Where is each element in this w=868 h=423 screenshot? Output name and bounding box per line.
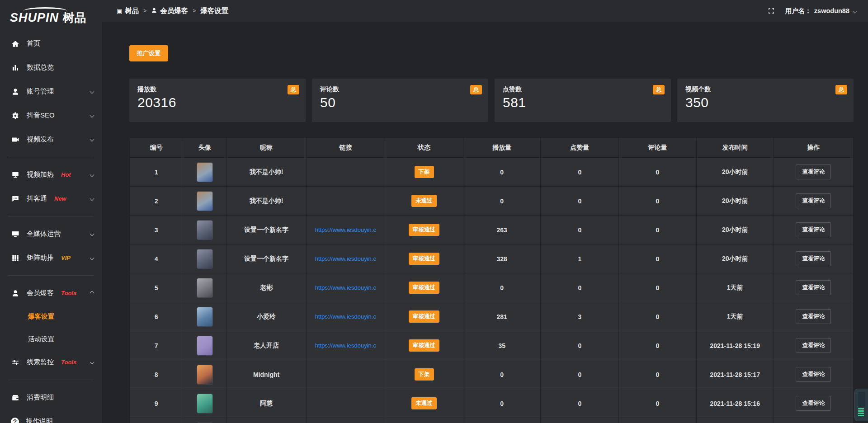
view-comments-button[interactable]: 查看评论 xyxy=(796,338,831,353)
cell-plays: 35 xyxy=(463,331,541,360)
cell-id: 9 xyxy=(130,389,183,418)
floating-widget-bar xyxy=(858,413,864,414)
view-comments-button[interactable]: 查看评论 xyxy=(796,309,831,324)
sidebar-item-首页[interactable]: 首页 xyxy=(0,32,102,56)
user-menu[interactable]: 用户名：zswodun88 xyxy=(785,7,856,15)
total-badge: 总 xyxy=(288,85,299,94)
view-comments-button[interactable]: 查看评论 xyxy=(796,396,831,411)
table-row xyxy=(130,418,854,423)
cell-comments: 0 xyxy=(619,302,696,331)
view-comments-button[interactable]: 查看评论 xyxy=(796,222,831,237)
cell-avatar xyxy=(183,216,226,244)
breadcrumb-item-1[interactable]: ▣树品 xyxy=(117,6,139,16)
cell-avatar xyxy=(183,158,226,187)
cell-avatar xyxy=(183,187,226,216)
breadcrumb-item-3[interactable]: 爆客设置 xyxy=(200,6,228,16)
cell-nickname: 设置一个新名字 xyxy=(226,244,306,273)
account-link[interactable]: https://www.iesdouyin.c xyxy=(309,284,382,291)
sidebar-item-label: 操作说明 xyxy=(26,417,53,423)
cell-time: 1天前 xyxy=(696,302,774,331)
stat-card-视频个数: 视频个数350总 xyxy=(677,79,854,122)
username-label: 用户名： xyxy=(785,7,811,15)
chevron-down-icon xyxy=(90,256,94,260)
sidebar-item-线索监控[interactable]: 线索监控Tools xyxy=(0,350,102,374)
account-link[interactable]: https://www.iesdouyin.c xyxy=(309,255,382,262)
breadcrumb-label: 会员爆客 xyxy=(160,6,188,16)
breadcrumb-item-2[interactable]: 会员爆客 xyxy=(151,6,188,16)
cell-comments: 0 xyxy=(619,216,696,244)
cell-status: 下架 xyxy=(385,360,463,389)
cell-nickname: Midnight xyxy=(226,360,306,389)
sidebar-item-抖客通[interactable]: 抖客通New xyxy=(0,187,102,211)
view-comments-button[interactable]: 查看评论 xyxy=(796,164,831,179)
account-link[interactable]: https://www.iesdouyin.c xyxy=(309,226,382,233)
table-head: 编号头像昵称链接状态播放量点赞量评论量发布时间操作 xyxy=(130,138,854,158)
sidebar-item-label: 消费明细 xyxy=(27,393,54,402)
cell-id: 7 xyxy=(130,331,183,360)
brand-logo[interactable]: SHUPIN 树品 xyxy=(0,4,102,32)
view-comments-button[interactable]: 查看评论 xyxy=(796,251,831,266)
question-icon: ? xyxy=(11,418,19,423)
column-header-头像: 头像 xyxy=(183,138,226,158)
stat-cards: 播放数20316总评论数50总点赞数581总视频个数350总 xyxy=(129,79,854,122)
cell-nickname: 我不是小帅! xyxy=(226,158,306,187)
view-comments-button[interactable]: 查看评论 xyxy=(796,193,831,208)
cell-nickname: 我不是小帅! xyxy=(226,187,306,216)
cell-avatar xyxy=(183,302,226,331)
chevron-down-icon xyxy=(90,360,94,365)
fullscreen-icon[interactable] xyxy=(767,7,775,15)
heat-icon xyxy=(11,170,20,179)
view-comments-button[interactable]: 查看评论 xyxy=(796,280,831,295)
app-icon: ▣ xyxy=(117,8,122,14)
account-link[interactable]: https://www.iesdouyin.c xyxy=(309,342,382,349)
status-badge: 下架 xyxy=(415,166,434,178)
cell-link xyxy=(306,158,385,187)
cell-action: 查看评论 xyxy=(774,302,853,331)
avatar xyxy=(197,307,213,327)
account-link[interactable]: https://www.iesdouyin.c xyxy=(309,313,382,320)
sidebar-item-操作说明[interactable]: ?操作说明 xyxy=(0,409,102,423)
sidebar-item-label: 线索监控 xyxy=(27,358,54,367)
sidebar-item-tag: VIP xyxy=(61,254,71,261)
cell-status: 未通过 xyxy=(385,389,463,418)
sidebar-item-视频加热[interactable]: 视频加热Hot xyxy=(0,163,102,187)
sidebar-item-label: 全媒体运营 xyxy=(27,230,61,238)
table-row: 3设置一个新名字https://www.iesdouyin.c审核通过26300… xyxy=(130,216,854,244)
cell-id: 4 xyxy=(130,244,183,273)
sidebar-item-爆客设置[interactable]: 爆客设置 xyxy=(0,305,102,328)
cell-link xyxy=(306,418,385,423)
sidebar-item-活动设置[interactable]: 活动设置 xyxy=(0,328,102,350)
cell-comments: 0 xyxy=(619,360,696,389)
breadcrumb-label: 爆客设置 xyxy=(200,6,228,16)
column-header-发布时间: 发布时间 xyxy=(696,138,774,158)
chevron-down-icon xyxy=(90,137,94,142)
cell-avatar xyxy=(183,331,226,360)
cell-time: 20小时前 xyxy=(696,187,774,216)
home-icon xyxy=(11,39,20,48)
sidebar-item-账号管理[interactable]: 账号管理 xyxy=(0,80,102,103)
cell-likes: 1 xyxy=(541,244,619,273)
cell-likes: 0 xyxy=(541,273,619,302)
column-header-点赞量: 点赞量 xyxy=(541,138,619,158)
app-root: SHUPIN 树品 首页数据总览账号管理抖音SEO视频发布视频加热Hot抖客通N… xyxy=(0,0,868,423)
sidebar-item-会员爆客[interactable]: 会员爆客Tools xyxy=(0,281,102,305)
sidebar-item-label: 首页 xyxy=(27,39,40,48)
sidebar-item-全媒体运营[interactable]: 全媒体运营 xyxy=(0,222,102,246)
sidebar-item-抖音SEO[interactable]: 抖音SEO xyxy=(0,103,102,127)
sidebar-divider xyxy=(8,216,94,216)
column-header-编号: 编号 xyxy=(130,138,183,158)
logo-arc-decoration xyxy=(24,7,67,14)
floating-widget[interactable] xyxy=(854,389,868,421)
sidebar-item-数据总览[interactable]: 数据总览 xyxy=(0,56,102,80)
sidebar-item-矩阵助推[interactable]: 矩阵助推VIP xyxy=(0,246,102,270)
user-icon xyxy=(11,87,20,96)
main-column: ▣树品>会员爆客>爆客设置 用户名：zswodun88 推广设置 播放数2031… xyxy=(102,0,868,423)
sidebar-item-消费明细[interactable]: 消费明细 xyxy=(0,385,102,409)
cell-plays xyxy=(463,418,541,423)
promo-settings-button[interactable]: 推广设置 xyxy=(129,45,168,61)
cell-time xyxy=(696,418,774,423)
cell-status: 审核通过 xyxy=(385,244,463,273)
sidebar-item-视频发布[interactable]: 视频发布 xyxy=(0,127,102,151)
cell-likes: 0 xyxy=(541,331,619,360)
view-comments-button[interactable]: 查看评论 xyxy=(796,367,831,382)
